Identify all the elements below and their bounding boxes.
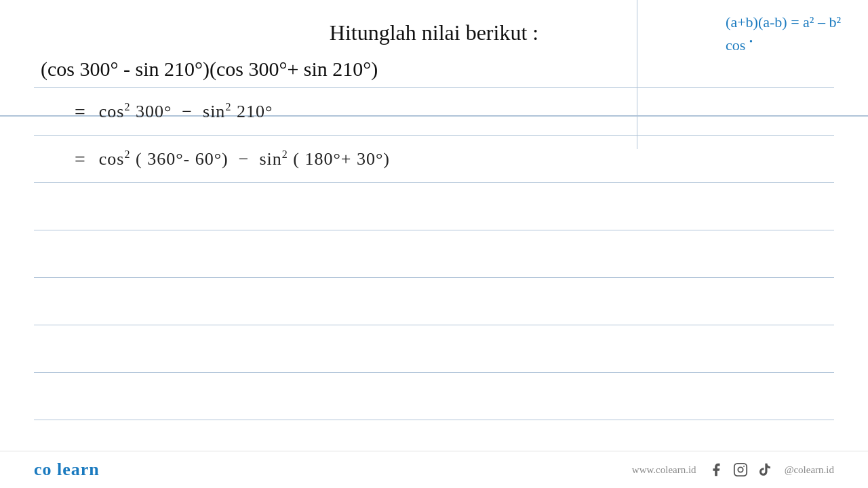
- empty-line-5: [34, 373, 834, 420]
- empty-line-3: [34, 278, 834, 325]
- problem-statement: (cos 300° - sin 210°)(cos 300°+ sin 210°…: [34, 58, 834, 81]
- formula-line1: (a+b)(a-b) = a² – b²: [726, 14, 841, 31]
- empty-line-2: [34, 230, 834, 278]
- logo: co learn: [34, 460, 100, 480]
- social-icons: [707, 460, 774, 479]
- lined-area: = cos2 300° − sin2 210° = cos2 ( 360°- 6…: [34, 87, 834, 468]
- tiktok-icon: [755, 460, 774, 479]
- step1-row: = cos2 300° − sin2 210°: [34, 88, 834, 136]
- footer-url: www.colearn.id: [632, 464, 696, 476]
- empty-line-1: [34, 183, 834, 230]
- instagram-icon: [731, 460, 750, 479]
- logo-learn: learn: [57, 460, 100, 479]
- step2-expression: cos2 ( 360°- 60°) − sin2 ( 180°+ 30°): [99, 148, 390, 169]
- step2-row: = cos2 ( 360°- 60°) − sin2 ( 180°+ 30°): [34, 136, 834, 183]
- step1-equals: =: [75, 101, 85, 123]
- footer-right: www.colearn.id: [632, 460, 834, 479]
- facebook-icon: [707, 460, 726, 479]
- footer: co learn www.colearn.id: [0, 451, 868, 488]
- formula-box: (a+b)(a-b) = a² – b² cos •: [726, 14, 841, 54]
- empty-line-4: [34, 325, 834, 373]
- step1-expression: cos2 300° − sin2 210°: [99, 101, 273, 122]
- page-title: Hitunglah nilai berikut :: [34, 20, 834, 45]
- svg-point-2: [743, 466, 745, 467]
- social-handle: @colearn.id: [785, 464, 834, 476]
- logo-co: co: [34, 460, 52, 479]
- step2-equals: =: [75, 148, 85, 170]
- svg-point-1: [738, 467, 743, 472]
- svg-rect-0: [734, 464, 746, 476]
- formula-line2: cos •: [726, 37, 841, 54]
